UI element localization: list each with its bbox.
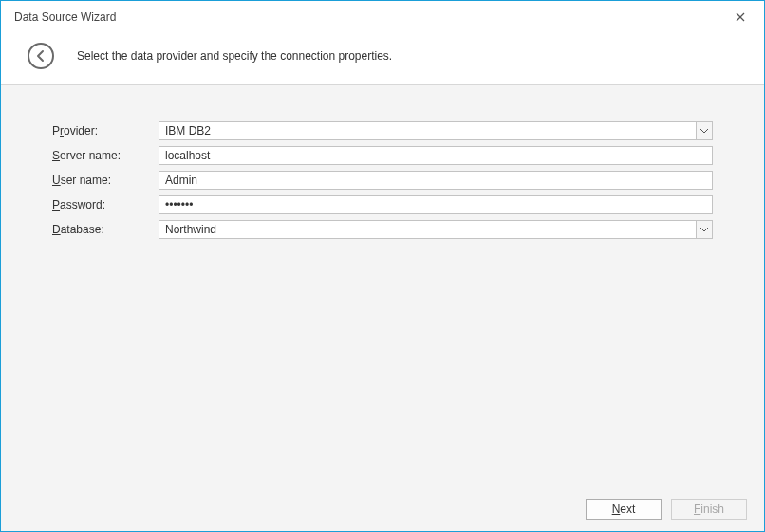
next-button[interactable]: Next	[586, 499, 662, 520]
window-title: Data Source Wizard	[14, 10, 726, 24]
database-combobox[interactable]	[159, 220, 713, 239]
user-label: User name:	[52, 174, 159, 187]
close-button[interactable]	[726, 6, 755, 28]
wizard-header: Select the data provider and specify the…	[1, 33, 764, 85]
database-row: Database:	[52, 220, 713, 239]
wizard-instruction: Select the data provider and specify the…	[77, 49, 392, 63]
arrow-left-icon	[34, 49, 47, 63]
close-icon	[736, 12, 745, 22]
provider-row: Provider:	[52, 121, 713, 140]
chevron-down-icon	[700, 129, 708, 134]
password-row: Password:	[52, 195, 713, 214]
titlebar: Data Source Wizard	[1, 1, 764, 33]
user-row: User name:	[52, 171, 713, 190]
server-row: Server name:	[52, 146, 713, 165]
database-dropdown-button[interactable]	[696, 220, 713, 239]
server-label: Server name:	[52, 149, 159, 162]
database-input[interactable]	[159, 220, 696, 239]
wizard-footer: Next Finish	[1, 486, 764, 531]
server-input[interactable]	[159, 146, 713, 165]
finish-button: Finish	[671, 499, 747, 520]
provider-combobox[interactable]	[159, 121, 713, 140]
password-input[interactable]	[159, 195, 713, 214]
provider-label: Provider:	[52, 124, 159, 138]
chevron-down-icon	[700, 228, 708, 232]
connection-form: Provider: Server name: User nam	[1, 85, 764, 239]
wizard-body: Provider: Server name: User nam	[1, 85, 764, 486]
password-label: Password:	[52, 198, 159, 211]
provider-input[interactable]	[159, 121, 696, 140]
provider-dropdown-button[interactable]	[696, 121, 713, 140]
user-input[interactable]	[159, 171, 713, 190]
wizard-window: Data Source Wizard Select the data provi…	[0, 0, 765, 532]
back-button[interactable]	[28, 43, 54, 69]
database-label: Database:	[52, 223, 159, 236]
